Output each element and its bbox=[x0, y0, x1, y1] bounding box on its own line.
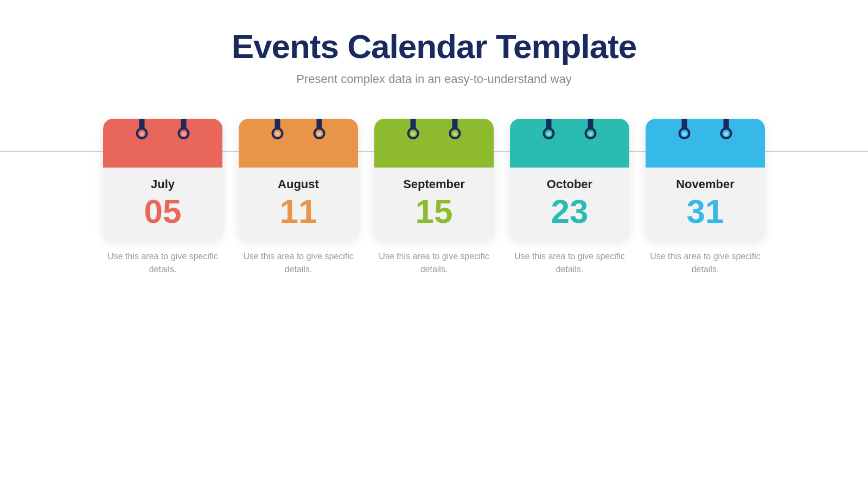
month-label-july: July bbox=[151, 177, 175, 191]
day-number-july: 05 bbox=[144, 195, 182, 228]
calendar-card-august: August 11 Use this area to give specific… bbox=[239, 119, 358, 276]
card-header-november bbox=[646, 119, 765, 168]
ring-circle-container-right bbox=[178, 129, 190, 139]
ring-inner-right bbox=[724, 132, 729, 136]
ring-circle-container-left bbox=[136, 129, 148, 139]
ring-inner-left bbox=[140, 132, 144, 136]
ring-inner-right bbox=[317, 132, 322, 136]
ring-circle-container-right bbox=[720, 129, 732, 139]
card-description-november: Use this area to give specific details. bbox=[648, 250, 762, 276]
ring-circle-right bbox=[449, 127, 461, 139]
day-number-november: 31 bbox=[687, 195, 724, 228]
ring-circle-container-right bbox=[585, 129, 597, 139]
month-label-october: October bbox=[547, 177, 592, 191]
ring-inner-left bbox=[411, 132, 416, 136]
ring-circle-left bbox=[407, 127, 419, 139]
card-rings-august bbox=[272, 119, 326, 139]
card-header-august bbox=[239, 119, 358, 168]
ring-circle-right bbox=[720, 127, 732, 139]
ring-inner-left bbox=[547, 132, 551, 136]
ring-circle-container-left bbox=[543, 129, 555, 139]
page-subtitle: Present complex data in an easy-to-under… bbox=[296, 72, 572, 86]
card-rings-november bbox=[679, 119, 732, 139]
ring-circle-right bbox=[314, 127, 326, 139]
calendar-card-july: July 05 Use this area to give specific d… bbox=[103, 119, 222, 276]
ring-inner-left bbox=[276, 132, 280, 136]
calendar-card-september: September 15 Use this area to give speci… bbox=[374, 119, 494, 276]
ring-left bbox=[136, 119, 148, 139]
ring-left bbox=[272, 119, 284, 139]
card-description-october: Use this area to give specific details. bbox=[513, 250, 627, 276]
ring-circle-right bbox=[178, 127, 190, 139]
ring-right bbox=[449, 119, 461, 139]
calendar-card-november: November 31 Use this area to give specif… bbox=[646, 119, 765, 276]
ring-right bbox=[178, 119, 190, 139]
ring-left bbox=[679, 119, 691, 139]
card-rings-september bbox=[407, 119, 461, 139]
page-title: Events Calendar Template bbox=[232, 27, 637, 66]
card-body-october: October 23 bbox=[510, 168, 629, 240]
ring-inner-left bbox=[682, 132, 687, 136]
card-rings-october bbox=[543, 119, 597, 139]
card-july: July 05 bbox=[103, 119, 222, 240]
card-body-september: September 15 bbox=[374, 168, 494, 240]
ring-right bbox=[720, 119, 732, 139]
calendar-cards-row: July 05 Use this area to give specific d… bbox=[0, 119, 868, 276]
day-number-august: 11 bbox=[280, 195, 317, 228]
card-october: October 23 bbox=[510, 119, 629, 240]
card-header-october bbox=[510, 119, 629, 168]
card-description-july: Use this area to give specific details. bbox=[106, 250, 220, 276]
card-description-august: Use this area to give specific details. bbox=[241, 250, 355, 276]
ring-circle-container-left bbox=[679, 129, 691, 139]
ring-circle-container-right bbox=[314, 129, 326, 139]
month-label-november: November bbox=[676, 177, 735, 191]
ring-circle-left bbox=[136, 127, 148, 139]
ring-circle-right bbox=[585, 127, 597, 139]
card-august: August 11 bbox=[239, 119, 358, 240]
ring-left bbox=[543, 119, 555, 139]
ring-circle-container-left bbox=[272, 129, 284, 139]
ring-circle-left bbox=[543, 127, 555, 139]
card-description-september: Use this area to give specific details. bbox=[377, 250, 491, 276]
card-header-september bbox=[374, 119, 494, 168]
ring-inner-right bbox=[182, 132, 186, 136]
card-header-july bbox=[103, 119, 222, 168]
card-november: November 31 bbox=[646, 119, 765, 240]
day-number-september: 15 bbox=[416, 195, 453, 228]
ring-circle-container-right bbox=[449, 129, 461, 139]
ring-circle-left bbox=[679, 127, 691, 139]
month-label-september: September bbox=[403, 177, 465, 191]
card-rings-july bbox=[136, 119, 190, 139]
card-september: September 15 bbox=[374, 119, 494, 240]
ring-right bbox=[314, 119, 326, 139]
day-number-october: 23 bbox=[551, 195, 589, 228]
ring-right bbox=[585, 119, 597, 139]
ring-left bbox=[407, 119, 419, 139]
month-label-august: August bbox=[278, 177, 319, 191]
card-body-november: November 31 bbox=[646, 168, 765, 240]
card-body-july: July 05 bbox=[103, 168, 222, 240]
ring-inner-right bbox=[589, 132, 593, 136]
ring-circle-left bbox=[272, 127, 284, 139]
calendar-card-october: October 23 Use this area to give specifi… bbox=[510, 119, 629, 276]
card-body-august: August 11 bbox=[239, 168, 358, 240]
ring-circle-container-left bbox=[407, 129, 419, 139]
ring-inner-right bbox=[453, 132, 457, 136]
